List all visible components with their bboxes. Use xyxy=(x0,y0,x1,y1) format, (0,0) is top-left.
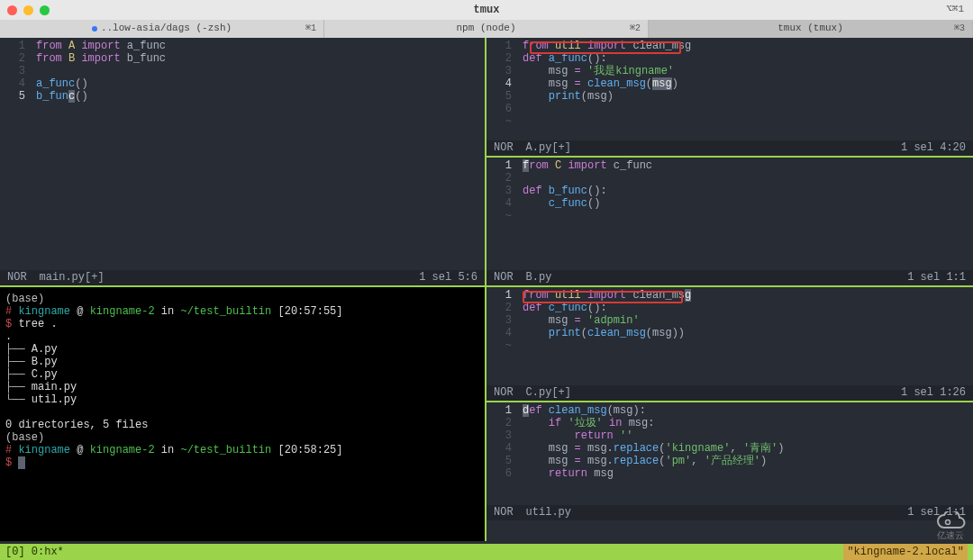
code-line[interactable]: 3 msg = '我是kingname' xyxy=(490,65,969,77)
terminal-line: ├── main.py xyxy=(5,381,479,393)
code-line[interactable]: 4 msg = clean_msg(msg) xyxy=(490,77,969,90)
code-line[interactable]: 1from util import clean_msg xyxy=(490,40,969,52)
terminal-line: (base) xyxy=(5,431,479,444)
code-line[interactable]: 2 if '垃圾' in msg: xyxy=(490,417,969,429)
code-line[interactable]: 4 msg = msg.replace('kingname', '青南') xyxy=(490,442,969,455)
terminal-line: $ tree . xyxy=(5,318,479,330)
code-line[interactable]: ~ xyxy=(490,115,969,128)
code-line[interactable]: 3 return '' xyxy=(490,429,969,442)
terminal-line xyxy=(5,406,479,419)
code-line[interactable]: 6 xyxy=(490,103,969,115)
terminal-pane[interactable]: (base)# kingname @ kingname-2 in ~/test_… xyxy=(0,287,485,541)
tmux-status-right: "kingname-2.local" xyxy=(843,544,968,560)
tmux-status-bar: [0] 0:hx* "kingname-2.local" xyxy=(0,544,973,560)
code-line[interactable]: 4 print(clean_msg(msg)) xyxy=(490,327,969,339)
window-title: tmux xyxy=(0,4,973,16)
terminal-line: (base) xyxy=(5,293,479,305)
code-line[interactable]: 1from A import a_func xyxy=(4,40,481,52)
window-titlebar: tmux ⌥⌘1 xyxy=(0,0,973,20)
watermark: 亿速云 xyxy=(933,511,968,542)
terminal-line: ├── C.py xyxy=(5,368,479,381)
terminal-tab[interactable]: tmux (tmux)⌘3 xyxy=(649,20,973,38)
statusline-a: NORA.py[+] 1 sel 4:20 xyxy=(486,140,973,156)
code-line[interactable]: ~ xyxy=(490,339,969,352)
terminal-line: # kingname @ kingname-2 in ~/test_builti… xyxy=(5,305,479,318)
editor-pane-main[interactable]: 1from A import a_func2from B import b_fu… xyxy=(0,38,485,270)
code-line[interactable]: 3 msg = 'adpmin' xyxy=(490,314,969,327)
code-line[interactable]: 4 c_func() xyxy=(490,197,969,210)
code-line[interactable]: ~ xyxy=(490,210,969,222)
code-line[interactable]: 4a_func() xyxy=(4,77,481,90)
terminal-line: ├── B.py xyxy=(5,356,479,368)
editor-pane-b[interactable]: 1from C import c_func23def b_func():4 c_… xyxy=(486,158,973,270)
statusline-c: NORC.py[+] 1 sel 1:26 xyxy=(486,385,973,401)
code-line[interactable]: 6 return msg xyxy=(490,467,969,480)
statusline-util: NORutil.py 1 sel 1:1 xyxy=(486,505,973,520)
terminal-tab-bar: ..low-asia/dags (-zsh)⌘1npm (node)⌘2tmux… xyxy=(0,20,973,38)
terminal-line: $ xyxy=(5,456,479,469)
code-line[interactable]: 2def a_func(): xyxy=(490,52,969,65)
code-line[interactable]: 2 xyxy=(490,172,969,185)
code-line[interactable]: 5b_func() xyxy=(4,90,481,103)
terminal-tab[interactable]: ..low-asia/dags (-zsh)⌘1 xyxy=(0,20,324,38)
statusline-b: NORB.py 1 sel 1:1 xyxy=(486,270,973,285)
svg-point-0 xyxy=(946,520,950,525)
terminal-line: # kingname @ kingname-2 in ~/test_builti… xyxy=(5,444,479,456)
editor-pane-util[interactable]: 1def clean_msg(msg):2 if '垃圾' in msg:3 r… xyxy=(486,402,973,505)
tmux-status-left: [0] 0:hx* xyxy=(5,546,64,558)
terminal-line: ├── A.py xyxy=(5,343,479,356)
terminal-line: . xyxy=(5,330,479,343)
terminal-tab[interactable]: npm (node)⌘2 xyxy=(324,20,649,38)
terminal-line: └── util.py xyxy=(5,393,479,406)
code-line[interactable]: 5 print(msg) xyxy=(490,90,969,103)
code-line[interactable]: 2def c_func(): xyxy=(490,302,969,314)
code-line[interactable]: 1from util import clean_msg xyxy=(490,289,969,302)
terminal-line: 0 directories, 5 files xyxy=(5,419,479,431)
code-line[interactable]: 1from C import c_func xyxy=(490,159,969,172)
code-line[interactable]: 2from B import b_func xyxy=(4,52,481,65)
code-line[interactable]: 3def b_func(): xyxy=(490,185,969,197)
code-line[interactable]: 5 msg = msg.replace('pm', '产品经理') xyxy=(490,455,969,467)
code-line[interactable]: 3 xyxy=(4,65,481,77)
code-line[interactable]: 1def clean_msg(msg): xyxy=(490,404,969,417)
statusline-main: NORmain.py[+] 1 sel 5:6 xyxy=(0,270,485,285)
editor-pane-a[interactable]: 1from util import clean_msg2def a_func()… xyxy=(486,38,973,140)
editor-pane-c[interactable]: 1from util import clean_msg2def c_func()… xyxy=(486,287,973,385)
title-hotkey: ⌥⌘1 xyxy=(946,4,964,15)
